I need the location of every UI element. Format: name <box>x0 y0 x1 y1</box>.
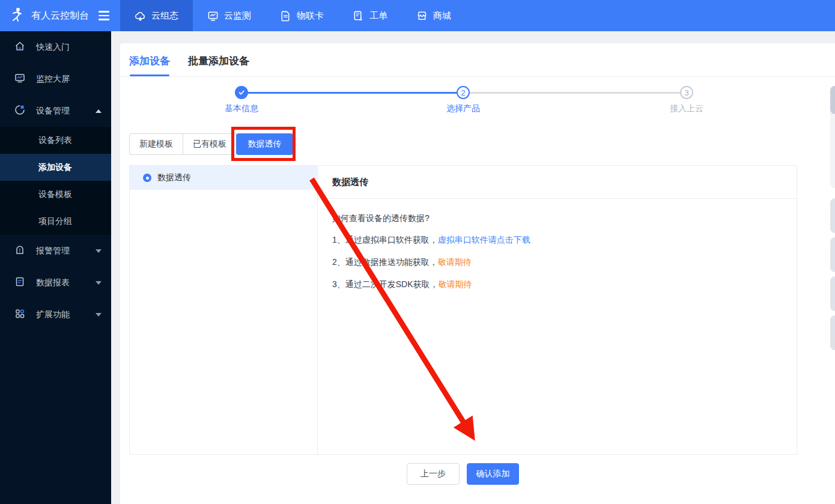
detail-line-text: 1、通过虚拟串口软件获取， <box>332 235 438 244</box>
mode-tab-label: 新建模板 <box>139 139 173 150</box>
detail-pane: 数据透传 如何查看设备的透传数据? 1、通过虚拟串口软件获取，虚拟串口软件请点击… <box>318 166 797 454</box>
topnav-tab-label: 物联卡 <box>297 10 324 22</box>
topnav-tab-cloud-scada[interactable]: 云组态 <box>120 0 193 31</box>
check-icon <box>238 89 245 96</box>
topnav-tab-label: 云组态 <box>151 10 178 22</box>
floating-toolbar-button[interactable] <box>830 315 835 350</box>
detail-body: 如何查看设备的透传数据? 1、通过虚拟串口软件获取，虚拟串口软件请点击下载 2、… <box>318 199 797 291</box>
step-number: 3 <box>684 88 688 97</box>
detail-question: 如何查看设备的透传数据? <box>332 213 782 224</box>
topnav-tab-label: 工单 <box>369 10 387 22</box>
sidebar-item-label: 设备管理 <box>36 106 85 117</box>
sidebar-item-add-device[interactable]: 添加设备 <box>0 154 111 181</box>
step-2-label: 选择产品 <box>439 103 487 114</box>
topnav-tab-mall[interactable]: 商城 <box>402 0 466 31</box>
topnav-tab-work-order[interactable]: 工单 <box>338 0 402 31</box>
brand-title: 有人云控制台 <box>31 10 89 22</box>
menu-toggle-icon[interactable] <box>99 11 109 20</box>
apps-icon <box>14 308 25 321</box>
sidebar-item-device-template[interactable]: 设备模板 <box>0 181 111 208</box>
tab-label: 批量添加设备 <box>188 55 249 67</box>
sidebar-item-extensions[interactable]: 扩展功能 <box>0 299 111 330</box>
topnav-tab-label: 云监测 <box>224 10 251 22</box>
passthrough-panel: 数据透传 数据透传 如何查看设备的透传数据? 1、通过虚拟串口软件获取，虚拟串口… <box>129 165 797 455</box>
mode-tab-label: 已有模板 <box>193 139 226 150</box>
sidebar-subitem-label: 项目分组 <box>38 216 72 227</box>
sidebar-item-project-group[interactable]: 项目分组 <box>0 208 111 235</box>
floating-toolbar-button[interactable] <box>830 276 835 311</box>
button-label: 确认添加 <box>476 469 510 479</box>
topbar: 有人云控制台 云组态 云监测 <box>0 0 835 31</box>
sidebar-item-label: 数据报表 <box>36 278 85 288</box>
step-3-label: 接入上云 <box>663 103 711 114</box>
detail-line-text: 3、通过二次开发SDK获取， <box>332 279 439 289</box>
sidebar-item-label: 监控大屏 <box>36 74 102 85</box>
sidebar-item-quick-start[interactable]: 快速入门 <box>0 31 111 63</box>
radio-selected-icon[interactable] <box>143 174 151 182</box>
sidebar-item-monitor-screen[interactable]: 监控大屏 <box>0 63 111 95</box>
coming-soon-note: 敬请期待 <box>439 279 472 289</box>
cloud-icon <box>135 10 146 22</box>
topnav-tab-cloud-monitor[interactable]: 云监测 <box>193 0 266 31</box>
mode-tab-existing-template[interactable]: 已有模板 <box>183 133 237 155</box>
home-icon <box>14 41 25 53</box>
store-icon <box>416 10 428 22</box>
sidebar-item-data-report[interactable]: 数据报表 <box>0 267 111 299</box>
step-connector-done <box>248 92 457 94</box>
tab-add-device[interactable]: 添加设备 <box>129 54 170 76</box>
sidebar-subitem-label: 设备模板 <box>38 189 72 200</box>
coming-soon-note: 敬请期待 <box>438 257 472 267</box>
wizard-steps: 2 3 基本信息 选择产品 接入上云 <box>120 77 835 125</box>
report-icon <box>14 276 25 289</box>
download-link[interactable]: 虚拟串口软件请点击下载 <box>438 235 530 244</box>
sidebar-subitem-label: 设备列表 <box>38 135 72 146</box>
chevron-down-icon <box>96 281 102 285</box>
floating-scroll-thumb[interactable] <box>830 86 835 114</box>
dashboard-icon <box>14 73 25 85</box>
sidebar-item-label: 扩展功能 <box>36 309 85 320</box>
list-item-label: 数据透传 <box>157 172 191 183</box>
detail-line-2: 2、通过数据推送功能获取，敬请期待 <box>332 256 782 269</box>
confirm-add-button[interactable]: 确认添加 <box>467 463 519 485</box>
topnav-tab-iot-card[interactable]: 物联卡 <box>266 0 338 31</box>
detail-line-text: 2、通过数据推送功能获取， <box>332 257 438 267</box>
detail-title: 数据透传 <box>318 166 797 199</box>
tab-label: 添加设备 <box>129 55 170 67</box>
step-1-label: 基本信息 <box>217 103 266 114</box>
chevron-up-icon <box>96 109 102 113</box>
sidebar-item-device-management[interactable]: 设备管理 <box>0 95 111 127</box>
step-1-circle <box>235 86 248 99</box>
sidebar: 快速入门 监控大屏 设备管理 设备列表 添加设备 设备模板 <box>0 31 111 504</box>
chevron-down-icon <box>96 313 102 317</box>
sim-card-icon <box>280 10 291 22</box>
monitor-chart-icon <box>207 10 219 22</box>
tab-batch-add-device[interactable]: 批量添加设备 <box>188 54 249 76</box>
sidebar-item-device-list[interactable]: 设备列表 <box>0 127 111 154</box>
step-number: 2 <box>461 88 465 97</box>
mode-tab-label: 数据透传 <box>248 139 282 150</box>
brand-logo-icon <box>8 6 25 25</box>
work-order-icon <box>353 10 364 22</box>
alarm-icon <box>14 244 25 257</box>
sidebar-item-label: 快速入门 <box>36 42 102 53</box>
step-3-circle: 3 <box>680 86 693 99</box>
floating-toolbar-button[interactable] <box>830 198 835 233</box>
detail-line-1: 1、通过虚拟串口软件获取，虚拟串口软件请点击下载 <box>332 234 782 246</box>
brand: 有人云控制台 <box>0 0 120 31</box>
top-navigation: 云组态 云监测 物联卡 <box>120 0 466 31</box>
mode-tab-new-template[interactable]: 新建模板 <box>129 133 183 155</box>
device-management-submenu: 设备列表 添加设备 设备模板 项目分组 <box>0 127 111 235</box>
step-2-circle: 2 <box>457 86 470 99</box>
floating-toolbar-button[interactable] <box>830 237 835 272</box>
sidebar-item-alarm-management[interactable]: 报警管理 <box>0 235 111 267</box>
topnav-tab-label: 商城 <box>433 10 451 22</box>
option-list-pane: 数据透传 <box>130 166 318 454</box>
sidebar-item-label: 报警管理 <box>36 246 85 257</box>
previous-step-button[interactable]: 上一步 <box>407 463 460 485</box>
chevron-down-icon <box>96 249 102 253</box>
list-item-data-passthrough[interactable]: 数据透传 <box>130 166 317 190</box>
page-tabs: 添加设备 批量添加设备 <box>129 54 249 76</box>
device-pie-icon <box>14 105 25 117</box>
mode-tab-data-passthrough[interactable]: 数据透传 <box>236 133 293 155</box>
main-content-card: 添加设备 批量添加设备 2 3 基本信息 选择产品 接入上云 新建模板 已有模 <box>120 43 835 504</box>
